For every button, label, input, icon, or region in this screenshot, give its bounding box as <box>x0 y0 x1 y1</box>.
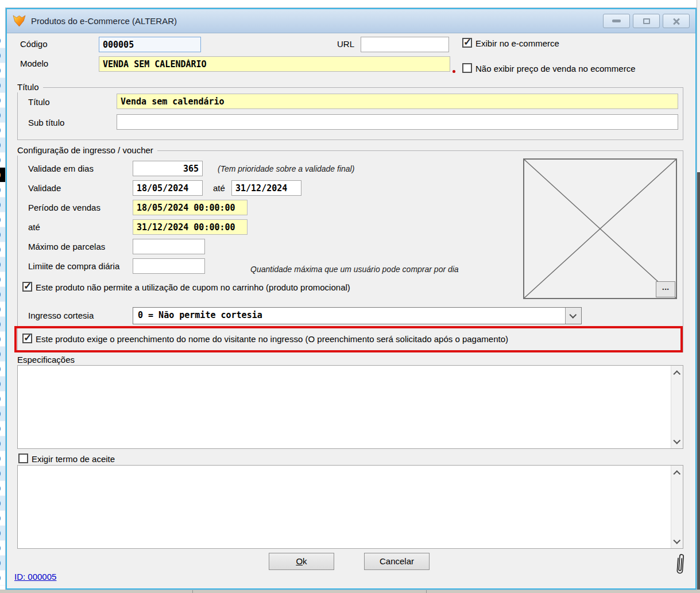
validade-ate-label: até <box>213 183 225 193</box>
empty-image-cross-icon <box>524 160 676 298</box>
scroll-down-icon[interactable] <box>671 536 683 547</box>
checkbox-icon <box>462 63 472 73</box>
chevron-down-icon <box>569 311 577 319</box>
url-input[interactable] <box>361 37 449 52</box>
validade-dias-label: Validade em dias <box>28 164 94 173</box>
minimize-icon <box>612 20 621 22</box>
especificacoes-label: Especificações <box>17 355 75 365</box>
scroll-down-icon[interactable] <box>671 436 683 447</box>
limite-compra-input[interactable] <box>133 258 205 274</box>
max-parcelas-label: Máximo de parcelas <box>28 242 105 251</box>
background-grid-line <box>192 590 193 593</box>
browse-image-button[interactable]: ... <box>656 281 675 297</box>
ingresso-cortesia-label: Ingresso cortesia <box>28 311 94 320</box>
title-bar[interactable]: Produtos do e-Commerce (ALTERAR) <box>7 9 695 33</box>
codigo-input[interactable] <box>99 37 201 52</box>
periodo-ate-input[interactable] <box>133 219 247 235</box>
produtos-ecommerce-dialog: Produtos do e-Commerce (ALTERAR) Código … <box>6 8 697 590</box>
titulo-group-caption: Título <box>17 82 43 92</box>
background-right-strip <box>697 0 700 172</box>
url-label: URL <box>337 39 354 49</box>
exigir-termo-label: Exigir termo de aceite <box>32 454 115 464</box>
periodo-ate-label: até <box>28 222 40 232</box>
ok-button-accel: O <box>296 556 303 566</box>
nome-visitante-label: Este produto exige o preenchimento do no… <box>36 334 508 344</box>
validade-dias-input[interactable] <box>133 161 203 176</box>
especificacoes-scrollbar[interactable] <box>671 366 683 448</box>
periodo-vendas-label: Período de vendas <box>28 203 100 212</box>
cupom-checkbox[interactable]: Este produto não permite a utilização de… <box>22 282 350 292</box>
checkbox-icon <box>22 282 32 292</box>
especificacoes-textarea[interactable] <box>17 365 683 449</box>
close-icon <box>672 17 680 25</box>
modelo-input[interactable] <box>99 56 450 72</box>
titulo-label: Título <box>28 97 50 107</box>
modelo-label: Modelo <box>20 59 48 68</box>
codigo-label: Código <box>20 39 48 49</box>
scroll-up-icon[interactable] <box>671 467 683 478</box>
exigir-termo-checkbox[interactable]: Exigir termo de aceite <box>18 454 115 464</box>
required-field-dot <box>453 70 455 73</box>
max-parcelas-input[interactable] <box>133 239 205 254</box>
nao-exibir-preco-checkbox[interactable]: Não exibir preço de venda no ecommerce <box>462 63 635 73</box>
ok-button[interactable]: Ok <box>269 553 334 570</box>
dropdown-button[interactable] <box>565 308 581 324</box>
titulo-group: Título Título Sub título <box>17 87 683 140</box>
ingresso-cortesia-value: 0 = Não permite cortesia <box>133 308 565 324</box>
minimize-button[interactable] <box>603 14 630 28</box>
termo-textarea[interactable] <box>17 465 683 549</box>
ok-button-rest: k <box>303 556 307 566</box>
window-title: Produtos do e-Commerce (ALTERAR) <box>31 16 177 26</box>
background-right-shadow <box>697 172 700 590</box>
nao-exibir-preco-label: Não exibir preço de venda no ecommerce <box>475 63 635 73</box>
limite-compra-note: Quantidade máxima que um usuário pode co… <box>250 265 459 274</box>
validade-de-input[interactable] <box>133 180 203 196</box>
periodo-vendas-input[interactable] <box>133 200 247 215</box>
ingresso-cortesia-select[interactable]: 0 = Não permite cortesia <box>133 307 582 324</box>
checkbox-icon <box>462 38 472 48</box>
checkbox-icon <box>22 334 32 343</box>
subtitulo-input[interactable] <box>117 114 678 130</box>
maximize-button[interactable] <box>633 14 660 28</box>
validade-dias-note: (Tem prioridade sobre a validade final) <box>218 164 354 173</box>
config-group-caption: Configuração de ingresso / voucher <box>17 145 157 156</box>
exibir-ecommerce-checkbox[interactable]: Exibir no e-commerce <box>462 38 559 48</box>
validade-ate-input[interactable] <box>231 180 301 196</box>
cupom-label: Este produto não permite a utilização de… <box>36 282 350 292</box>
close-button[interactable] <box>663 14 690 28</box>
id-link[interactable]: ID: 000005 <box>14 572 56 582</box>
attachment-paperclip-icon[interactable] <box>673 551 687 580</box>
app-fox-icon <box>13 15 26 27</box>
highlight-red-box: Este produto exige o preenchimento do no… <box>14 326 683 352</box>
scroll-up-icon[interactable] <box>671 367 683 378</box>
config-ingresso-group: Configuração de ingresso / voucher Valid… <box>17 150 683 352</box>
product-image-box: ... <box>523 158 677 299</box>
limite-compra-label: Limiite de compra diária <box>28 261 119 271</box>
cancel-button[interactable]: Cancelar <box>364 553 430 570</box>
checkbox-icon <box>18 454 28 463</box>
subtitulo-label: Sub título <box>28 118 64 127</box>
background-grid-line <box>426 590 427 593</box>
background-bottom-strip <box>0 590 700 593</box>
nome-visitante-checkbox[interactable]: Este produto exige o preenchimento do no… <box>22 334 508 344</box>
termo-scrollbar[interactable] <box>671 466 683 548</box>
maximize-icon <box>643 18 650 24</box>
titulo-input[interactable] <box>117 94 678 109</box>
exibir-ecommerce-label: Exibir no e-commerce <box>475 38 559 48</box>
validade-label: Validade <box>28 183 61 193</box>
